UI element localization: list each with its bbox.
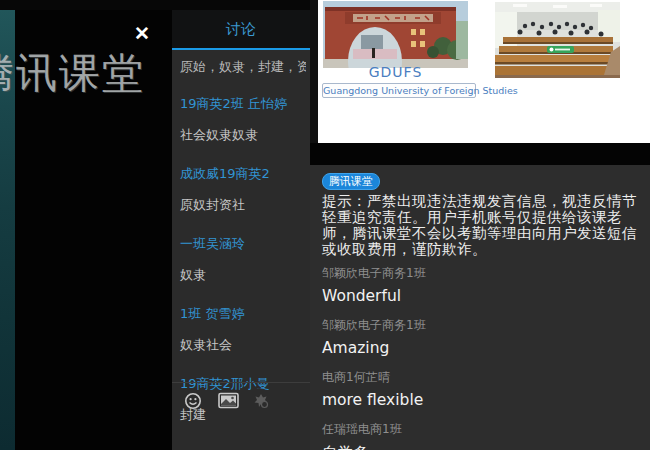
- slide-title: GDUFS: [323, 64, 468, 80]
- emoji-icon[interactable]: [184, 392, 204, 410]
- message-username: 一班吴涵玲: [180, 235, 310, 253]
- message-text: 奴隶: [180, 266, 310, 284]
- message-username: 成政威19商英2: [180, 165, 310, 183]
- close-icon[interactable]: ✕: [131, 23, 153, 45]
- message-text: 原奴封资社: [180, 196, 310, 214]
- system-badge: 腾讯课堂: [322, 173, 380, 190]
- flower-icon: [252, 392, 272, 410]
- classroom-image: [495, 2, 620, 78]
- chat-message: 电商1何芷晴 more flexible: [322, 369, 640, 409]
- discussion-panel: 讨论 原始，奴隶，封建，资本， 19商英2班 丘怡婷 社会奴隶奴隶 成政威19商…: [172, 10, 310, 450]
- message-username: 19商英2班 丘怡婷: [180, 95, 310, 113]
- discussion-message: 一班吴涵玲 奴隶: [180, 235, 310, 284]
- discussion-message: 1班 贺雪婷 奴隶社会: [180, 305, 310, 354]
- chat-message: 邹颖欣电子商务1班 Amazing: [322, 317, 640, 357]
- chat-username: 电商1何芷晴: [322, 369, 640, 386]
- message-username: 1班 贺雪婷: [180, 305, 310, 323]
- message-text: 社会奴隶奴隶: [180, 126, 310, 144]
- tab-discussion[interactable]: 讨论: [172, 10, 310, 50]
- chat-text: Wonderful: [322, 287, 640, 305]
- discussion-message: 19商英2班 丘怡婷 社会奴隶奴隶: [180, 95, 310, 144]
- top-bar: [0, 0, 310, 10]
- chat-username: 任瑞瑶电商1班: [322, 421, 640, 438]
- image-icon[interactable]: [218, 392, 238, 410]
- truncated-message: 原始，奴隶，封建，资本，: [180, 58, 306, 76]
- university-gate-image: [323, 1, 468, 68]
- chat-text: more flexible: [322, 391, 640, 409]
- chat-message: 邹颖欣电子商务1班 Wonderful: [322, 265, 640, 305]
- chat-feed[interactable]: 腾讯课堂 提示：严禁出现违法违规发言信息，视违反情节轻重追究责任。用户手机账号仅…: [310, 165, 650, 450]
- message-toolbar: [172, 382, 310, 410]
- chat-text: Amazing: [322, 339, 640, 357]
- message-text: 奴隶社会: [180, 336, 310, 354]
- system-notice: 提示：严禁出现违法违规发言信息，视违反情节轻重追究责任。用户手机账号仅提供给该课…: [322, 193, 644, 257]
- video-area: 腾讯课堂 ✕: [0, 0, 172, 450]
- chat-message: 任瑞瑶电商1班 自学多: [322, 421, 640, 450]
- chat-username: 邹颖欣电子商务1班: [322, 317, 640, 334]
- chat-username: 邹颖欣电子商务1班: [322, 265, 640, 282]
- video-letterbox: [310, 143, 650, 165]
- chat-text: 自学多: [322, 443, 640, 450]
- content-region: GDUFS Guangdong University of Foreign St…: [310, 0, 650, 450]
- shared-slide: GDUFS Guangdong University of Foreign St…: [318, 0, 650, 143]
- university-name-box: Guangdong University of Foreign Studies: [322, 83, 476, 98]
- discussion-message: 成政威19商英2 原奴封资社: [180, 165, 310, 214]
- photo-watermark: [547, 46, 574, 53]
- region-divider: [310, 0, 318, 143]
- watermark-text: 腾讯课堂: [0, 46, 145, 101]
